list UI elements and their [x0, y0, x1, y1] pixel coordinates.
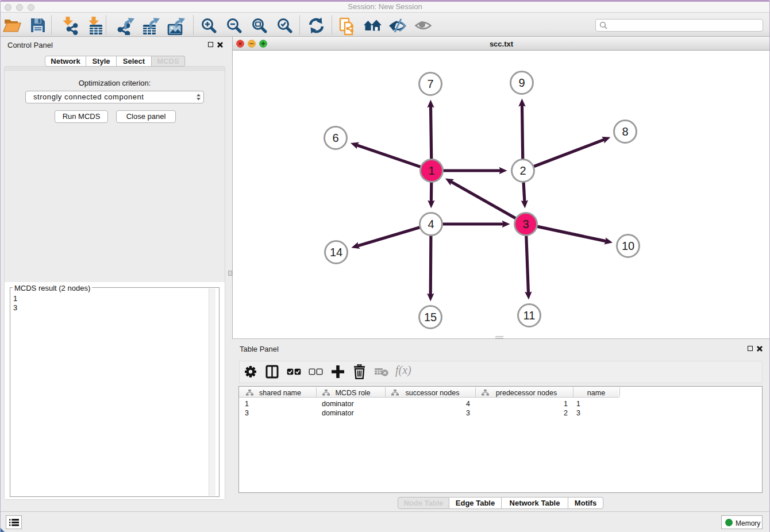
svg-text:7: 7: [427, 78, 433, 90]
svg-text:14: 14: [330, 246, 342, 259]
svg-text:10: 10: [622, 240, 634, 252]
svg-text:6: 6: [332, 132, 338, 144]
svg-text:1: 1: [428, 164, 434, 177]
svg-text:15: 15: [424, 311, 437, 323]
svg-text:4: 4: [428, 218, 434, 230]
svg-text:8: 8: [622, 125, 628, 138]
svg-text:11: 11: [523, 309, 536, 322]
svg-text:3: 3: [522, 218, 529, 230]
svg-text:2: 2: [519, 164, 526, 177]
svg-text:9: 9: [518, 76, 525, 89]
